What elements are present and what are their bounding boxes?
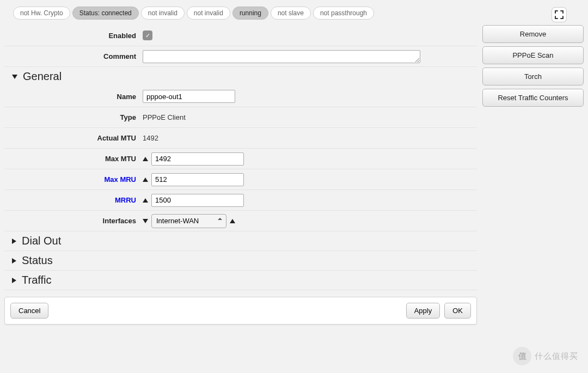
section-dial-out-header[interactable]: Dial Out: [4, 231, 477, 250]
chevron-down-icon: [12, 75, 17, 79]
collapse-up-icon[interactable]: [143, 178, 148, 182]
section-dial-out-title: Dial Out: [22, 235, 61, 247]
status-pill: not passthrough: [313, 7, 374, 20]
collapse-up-icon[interactable]: [143, 198, 148, 203]
mrru-label[interactable]: MRRU: [4, 196, 143, 204]
remove-button[interactable]: Remove: [482, 25, 584, 43]
add-item-icon[interactable]: [143, 219, 148, 223]
comment-input[interactable]: [143, 50, 420, 63]
section-general-body: Name Type PPPoE Client Actual MTU 1492 M…: [4, 86, 477, 231]
status-pill: not invalid: [141, 7, 185, 20]
max-mru-label[interactable]: Max MRU: [4, 175, 143, 184]
actual-mtu-value: 1492: [143, 132, 158, 144]
chevron-right-icon: [12, 239, 16, 244]
status-pill: Status: connected: [72, 7, 139, 20]
torch-button[interactable]: Torch: [482, 68, 584, 85]
max-mtu-input[interactable]: [151, 152, 244, 166]
chevron-right-icon: [12, 258, 16, 264]
interfaces-label: Interfaces: [4, 217, 143, 225]
section-general-title: General: [23, 70, 62, 83]
status-pill: not Hw. Crypto: [13, 7, 70, 20]
cancel-button[interactable]: Cancel: [10, 303, 48, 319]
section-status-title: Status: [22, 254, 53, 267]
type-value: PPPoE Client: [143, 111, 186, 124]
pppoe-scan-button[interactable]: PPPoE Scan: [482, 46, 584, 64]
ok-button[interactable]: OK: [444, 303, 471, 319]
watermark-text: 什么值得买: [535, 351, 578, 362]
status-pill: not slave: [271, 7, 311, 20]
apply-button[interactable]: Apply: [406, 303, 440, 319]
name-input[interactable]: [143, 90, 235, 103]
collapse-up-icon[interactable]: [143, 157, 148, 161]
type-label: Type: [4, 113, 143, 121]
watermark: 值 什么值得买: [513, 347, 578, 365]
interfaces-select[interactable]: Internet-WAN: [151, 214, 226, 228]
status-pill: running: [232, 7, 268, 20]
section-traffic-header[interactable]: Traffic: [4, 270, 477, 290]
reset-traffic-counters-button[interactable]: Reset Traffic Counters: [482, 89, 584, 107]
footer-bar: Cancel Apply OK: [4, 297, 477, 325]
status-pill: not invalid: [187, 7, 230, 20]
section-general-header[interactable]: General: [4, 66, 477, 86]
chevron-right-icon: [12, 278, 16, 283]
remove-item-icon[interactable]: [230, 219, 235, 223]
enabled-checkbox[interactable]: ✓: [143, 30, 152, 40]
enabled-label: Enabled: [4, 32, 143, 40]
section-status-header[interactable]: Status: [4, 250, 477, 270]
section-traffic-title: Traffic: [22, 274, 51, 286]
watermark-logo-icon: 值: [513, 347, 531, 365]
status-pill-bar: not Hw. CryptoStatus: connectednot inval…: [4, 4, 477, 25]
max-mtu-label: Max MTU: [4, 155, 143, 163]
max-mru-input[interactable]: [151, 173, 244, 186]
name-label: Name: [4, 93, 143, 101]
comment-label: Comment: [4, 52, 143, 60]
action-sidebar: Remove PPPoE Scan Torch Reset Traffic Co…: [482, 4, 584, 325]
mrru-input[interactable]: [151, 194, 244, 207]
fullscreen-icon[interactable]: [552, 8, 566, 22]
actual-mtu-label: Actual MTU: [4, 134, 143, 142]
